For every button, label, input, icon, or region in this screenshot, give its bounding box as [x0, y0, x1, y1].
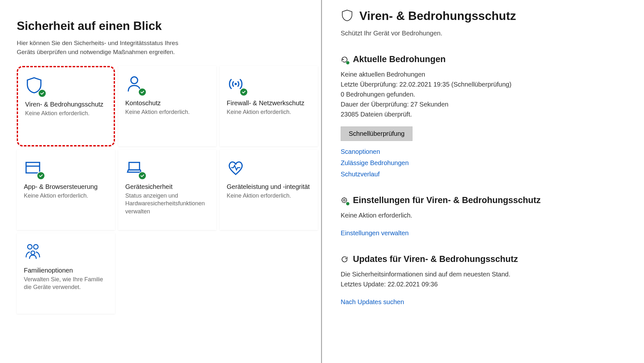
- tile-status: Keine Aktion erforderlich.: [227, 192, 311, 200]
- svg-point-5: [28, 245, 32, 249]
- tile-title: Geräteleistung und -integrität: [227, 183, 311, 191]
- section-current-threats: Aktuelle Bedrohungen Keine aktuellen Bed…: [341, 54, 631, 178]
- tile-app-browser[interactable]: App- & Browsersteuerung Keine Aktion erf…: [17, 150, 115, 230]
- tile-status: Verwalten Sie, wie Ihre Familie die Gerä…: [24, 275, 108, 291]
- svg-point-0: [131, 77, 138, 84]
- laptop-icon: [125, 159, 145, 178]
- tile-status: Status anzeigen und Hardwaresicherheitsf…: [125, 192, 209, 215]
- tile-title: Firewall- & Netzwerkschutz: [227, 99, 311, 107]
- tile-title: App- & Browsersteuerung: [24, 183, 108, 191]
- family-icon: [24, 242, 43, 262]
- tile-account-protection[interactable]: Kontoschutz Keine Aktion erforderlich.: [118, 66, 216, 146]
- updates-line2: Letztes Update: 22.02.2021 09:36: [341, 279, 631, 289]
- virus-threat-detail-pane: Viren- & Bedrohungsschutz Schützt Ihr Ge…: [322, 0, 644, 363]
- settings-status: Keine Aktion erforderlich.: [341, 210, 631, 220]
- tile-title: Kontoschutz: [125, 99, 209, 107]
- detail-subtitle: Schützt Ihr Gerät vor Bedrohungen.: [341, 30, 631, 37]
- tile-title: Familienoptionen: [24, 267, 108, 274]
- overview-subtitle: Hier können Sie den Sicherheits- und Int…: [17, 39, 197, 56]
- link-protection-history[interactable]: Schutzverlauf: [341, 171, 631, 178]
- tile-device-security[interactable]: Gerätesicherheit Status anzeigen und Har…: [118, 150, 216, 230]
- svg-point-7: [31, 251, 35, 255]
- svg-point-9: [343, 199, 345, 201]
- link-manage-settings[interactable]: Einstellungen verwalten: [341, 229, 631, 237]
- section-virus-updates: Updates für Viren- & Bedrohungsschutz Di…: [341, 254, 631, 306]
- update-icon: [341, 256, 348, 263]
- link-check-updates[interactable]: Nach Updates suchen: [341, 298, 631, 306]
- section-heading: Aktuelle Bedrohungen: [353, 54, 446, 64]
- link-scan-options[interactable]: Scanoptionen: [341, 148, 631, 155]
- updates-line1: Die Sicherheitsinformationen sind auf de…: [341, 269, 631, 279]
- threats-line2: Letzte Überprüfung: 22.02.2021 19:35 (Sc…: [341, 79, 631, 89]
- svg-rect-4: [129, 163, 140, 170]
- tile-title: Viren- & Bedrohungsschutz: [25, 101, 107, 108]
- section-virus-settings: Einstellungen für Viren- & Bedrohungssch…: [341, 195, 631, 237]
- shield-outline-icon: [341, 9, 354, 23]
- heart-icon: [227, 159, 246, 178]
- tile-status: Keine Aktion erforderlich.: [24, 192, 108, 200]
- window-icon: [24, 159, 43, 178]
- overview-title: Sicherheit auf einen Blick: [17, 19, 308, 33]
- refresh-icon: [341, 56, 348, 63]
- tile-device-performance[interactable]: Geräteleistung und -integrität Keine Akt…: [220, 150, 318, 230]
- svg-rect-2: [26, 163, 40, 173]
- tile-grid: Viren- & Bedrohungsschutz Keine Aktion e…: [17, 66, 308, 314]
- threats-line5: 23085 Dateien überprüft.: [341, 109, 631, 119]
- tile-firewall-network[interactable]: Firewall- & Netzwerkschutz Keine Aktion …: [220, 66, 318, 146]
- security-overview-pane: Sicherheit auf einen Blick Hier können S…: [0, 0, 322, 363]
- shield-icon: [25, 76, 44, 96]
- detail-header: Viren- & Bedrohungsschutz: [341, 9, 631, 23]
- section-heading: Einstellungen für Viren- & Bedrohungssch…: [353, 195, 541, 205]
- tile-family-options[interactable]: Familienoptionen Verwalten Sie, wie Ihre…: [17, 233, 115, 314]
- gear-icon: [341, 197, 348, 204]
- person-icon: [125, 75, 145, 94]
- svg-point-6: [33, 245, 38, 249]
- tile-status: Keine Aktion erforderlich.: [227, 108, 311, 116]
- quick-scan-button[interactable]: Schnellüberprüfung: [341, 126, 412, 141]
- svg-point-1: [235, 83, 237, 85]
- tile-title: Gerätesicherheit: [125, 183, 209, 191]
- threats-line4: Dauer der Überprüfung: 27 Sekunden: [341, 99, 631, 109]
- section-heading: Updates für Viren- & Bedrohungsschutz: [353, 254, 518, 264]
- broadcast-icon: [227, 75, 246, 94]
- tile-virus-threat[interactable]: Viren- & Bedrohungsschutz Keine Aktion e…: [17, 66, 115, 146]
- tile-status: Keine Aktion erforderlich.: [125, 108, 209, 116]
- tile-status: Keine Aktion erforderlich.: [25, 109, 107, 117]
- threats-line3: 0 Bedrohungen gefunden.: [341, 89, 631, 99]
- link-allowed-threats[interactable]: Zulässige Bedrohungen: [341, 159, 631, 167]
- threats-line1: Keine aktuellen Bedrohungen: [341, 70, 631, 79]
- detail-title: Viren- & Bedrohungsschutz: [359, 9, 516, 23]
